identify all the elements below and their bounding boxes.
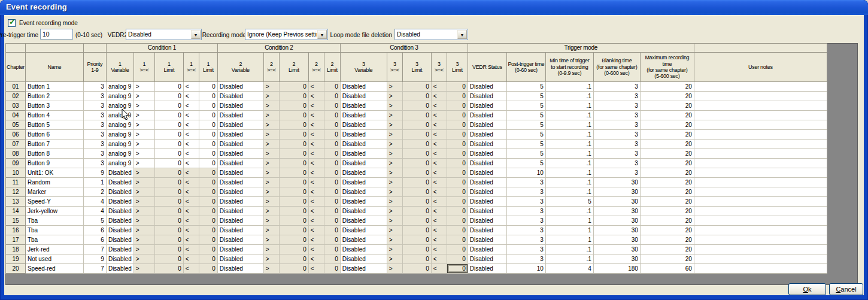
c3-limit1-cell[interactable]: 0 — [402, 111, 431, 120]
c2-limit2-cell[interactable]: 0 — [324, 254, 340, 264]
c1-op2-cell[interactable]: < — [183, 111, 199, 120]
c3-limit1-cell[interactable]: 0 — [402, 245, 431, 254]
c1-variable-cell[interactable]: analog 9 — [106, 159, 133, 168]
c2-limit2-cell[interactable]: 0 — [324, 111, 340, 120]
blanking-time-cell[interactable]: 30 — [593, 187, 640, 197]
c3-variable-cell[interactable]: Disabled — [340, 130, 387, 140]
c1-op1-cell[interactable]: > — [133, 111, 154, 120]
c1-limit2-cell[interactable]: 0 — [199, 245, 217, 254]
post-trigger-time-cell[interactable]: 5 — [506, 111, 545, 120]
post-trigger-time-cell[interactable]: 5 — [506, 101, 545, 111]
c3-variable-cell[interactable]: Disabled — [340, 82, 387, 92]
c1-limit2-cell[interactable]: 0 — [199, 235, 217, 245]
c2-limit1-cell[interactable]: 0 — [279, 235, 308, 245]
c3-op2-cell[interactable]: < — [431, 254, 447, 264]
c3-op1-cell[interactable]: > — [387, 187, 402, 197]
c1-limit1-cell[interactable]: 0 — [154, 197, 183, 207]
priority-cell[interactable]: 2 — [83, 187, 106, 197]
post-trigger-time-cell[interactable]: 3 — [506, 178, 545, 187]
c3-op2-cell[interactable]: < — [431, 235, 447, 245]
priority-cell[interactable]: 3 — [83, 101, 106, 111]
priority-cell[interactable]: 7 — [83, 264, 106, 274]
c3-variable-cell[interactable]: Disabled — [340, 245, 387, 254]
c3-limit2-cell[interactable]: 0 — [447, 226, 468, 235]
c2-limit1-cell[interactable]: 0 — [279, 245, 308, 254]
c2-limit1-cell[interactable]: 0 — [279, 101, 308, 111]
c2-limit2-cell[interactable]: 0 — [324, 82, 340, 92]
name-cell[interactable]: Button 2 — [25, 92, 83, 101]
c2-variable-cell[interactable]: Disabled — [217, 101, 263, 111]
min-trigger-time-cell[interactable]: 4 — [545, 264, 593, 274]
vedr-status-cell[interactable]: Disabled — [468, 178, 506, 187]
post-trigger-time-cell[interactable]: 5 — [506, 130, 545, 140]
max-recording-time-cell[interactable]: 20 — [640, 216, 694, 226]
c3-op1-cell[interactable]: > — [387, 264, 402, 274]
max-recording-time-cell[interactable]: 20 — [640, 168, 694, 178]
user-notes-cell[interactable] — [694, 82, 827, 92]
c3-op1-cell[interactable]: > — [387, 82, 402, 92]
c2-op1-cell[interactable]: > — [263, 178, 279, 187]
user-notes-cell[interactable] — [694, 168, 827, 178]
c1-variable-cell[interactable]: Disabled — [106, 254, 133, 264]
c2-variable-cell[interactable]: Disabled — [217, 216, 263, 226]
c2-limit2-cell[interactable]: 0 — [324, 159, 340, 168]
c1-variable-cell[interactable]: analog 9 — [106, 120, 133, 130]
blanking-time-cell[interactable]: 30 — [593, 216, 640, 226]
c2-op2-cell[interactable]: < — [308, 92, 324, 101]
c2-limit2-cell[interactable]: 0 — [324, 216, 340, 226]
c1-variable-cell[interactable]: analog 9 — [106, 140, 133, 149]
c1-op1-cell[interactable]: > — [133, 120, 154, 130]
c1-limit2-cell[interactable]: 0 — [199, 226, 217, 235]
pre-trigger-time-input[interactable] — [40, 29, 73, 40]
c2-op2-cell[interactable]: < — [308, 149, 324, 159]
name-cell[interactable]: Button 3 — [25, 101, 83, 111]
priority-cell[interactable]: 3 — [83, 111, 106, 120]
recording-mode-dropdown-button[interactable]: ▼ — [317, 30, 327, 39]
c2-limit1-cell[interactable]: 0 — [279, 111, 308, 120]
priority-cell[interactable]: 7 — [83, 245, 106, 254]
post-trigger-time-cell[interactable]: 5 — [506, 140, 545, 149]
user-notes-cell[interactable] — [694, 197, 827, 207]
c2-op2-cell[interactable]: < — [308, 226, 324, 235]
c1-variable-cell[interactable]: Disabled — [106, 178, 133, 187]
c3-op1-cell[interactable]: > — [387, 245, 402, 254]
c2-limit1-cell[interactable]: 0 — [279, 226, 308, 235]
c1-op1-cell[interactable]: > — [133, 130, 154, 140]
user-notes-cell[interactable] — [694, 101, 827, 111]
max-recording-time-cell[interactable]: 20 — [640, 149, 694, 159]
c1-op2-cell[interactable]: < — [183, 168, 199, 178]
min-trigger-time-cell[interactable]: 1 — [545, 235, 593, 245]
c3-limit2-cell[interactable]: 0 — [447, 178, 468, 187]
min-trigger-time-cell[interactable]: .1 — [545, 101, 593, 111]
c3-limit2-cell[interactable]: 0 — [447, 254, 468, 264]
c1-variable-cell[interactable]: Disabled — [106, 197, 133, 207]
priority-cell[interactable]: 6 — [83, 226, 106, 235]
priority-cell[interactable]: 3 — [83, 159, 106, 168]
c1-limit1-cell[interactable]: 0 — [154, 130, 183, 140]
c3-limit2-cell[interactable]: 0 — [447, 130, 468, 140]
name-cell[interactable]: Tba — [25, 226, 83, 235]
c2-limit1-cell[interactable]: 0 — [279, 168, 308, 178]
c2-variable-cell[interactable]: Disabled — [217, 264, 263, 274]
priority-cell[interactable]: 3 — [83, 130, 106, 140]
vedr-status-cell[interactable]: Disabled — [468, 264, 506, 274]
name-cell[interactable]: Button 8 — [25, 149, 83, 159]
c3-op1-cell[interactable]: > — [387, 197, 402, 207]
c2-limit1-cell[interactable]: 0 — [279, 207, 308, 216]
c2-variable-cell[interactable]: Disabled — [217, 111, 263, 120]
c3-op2-cell[interactable]: < — [431, 178, 447, 187]
post-trigger-time-cell[interactable]: 5 — [506, 120, 545, 130]
c2-limit1-cell[interactable]: 0 — [279, 254, 308, 264]
max-recording-time-cell[interactable]: 20 — [640, 82, 694, 92]
min-trigger-time-cell[interactable]: .1 — [545, 159, 593, 168]
max-recording-time-cell[interactable]: 20 — [640, 245, 694, 254]
c3-limit2-cell[interactable]: 0 — [447, 207, 468, 216]
post-trigger-time-cell[interactable]: 5 — [506, 92, 545, 101]
c2-op2-cell[interactable]: < — [308, 254, 324, 264]
c2-op1-cell[interactable]: > — [263, 159, 279, 168]
blanking-time-cell[interactable]: 3 — [593, 120, 640, 130]
c2-limit1-cell[interactable]: 0 — [279, 187, 308, 197]
post-trigger-time-cell[interactable]: 5 — [506, 82, 545, 92]
c2-op1-cell[interactable]: > — [263, 216, 279, 226]
min-trigger-time-cell[interactable]: .1 — [545, 92, 593, 101]
